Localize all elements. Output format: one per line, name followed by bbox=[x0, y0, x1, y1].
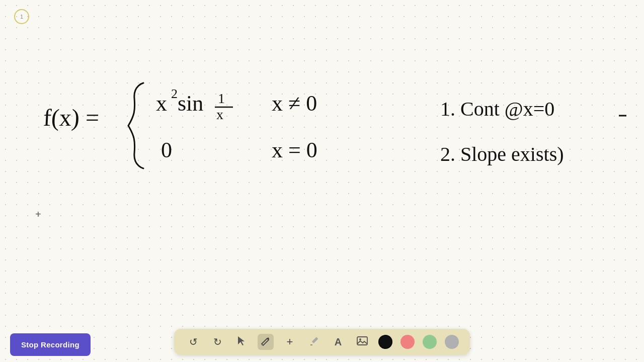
undo-button[interactable]: ↺ bbox=[185, 334, 201, 350]
highlighter-button[interactable] bbox=[306, 334, 322, 350]
svg-text:x: x bbox=[156, 91, 167, 116]
pen-icon bbox=[260, 335, 271, 349]
svg-text:1.  Cont @x=0: 1. Cont @x=0 bbox=[440, 98, 554, 120]
select-icon bbox=[236, 335, 247, 349]
svg-text:x: x bbox=[216, 107, 223, 122]
redo-button[interactable]: ↻ bbox=[209, 334, 225, 350]
crosshair-cursor: + bbox=[35, 209, 41, 220]
undo-icon: ↺ bbox=[189, 336, 198, 348]
svg-marker-13 bbox=[238, 336, 245, 345]
plus-icon: + bbox=[287, 335, 293, 348]
highlighter-icon bbox=[308, 335, 319, 349]
math-formula-svg: f(x) = x 2 sin 1 x x ≠ 0 0 x = 0 1. Cont… bbox=[23, 33, 626, 194]
svg-text:2.  Slope exists): 2. Slope exists) bbox=[440, 143, 564, 165]
stop-recording-button[interactable]: Stop Recording bbox=[10, 333, 91, 356]
text-icon: A bbox=[335, 336, 342, 348]
svg-text:2: 2 bbox=[171, 86, 178, 101]
image-button[interactable] bbox=[354, 334, 370, 350]
color-pink[interactable] bbox=[400, 335, 415, 349]
image-icon bbox=[356, 335, 368, 349]
svg-text:sin: sin bbox=[178, 91, 203, 116]
redo-icon: ↻ bbox=[213, 336, 222, 348]
svg-text:0: 0 bbox=[161, 138, 172, 162]
add-button[interactable]: + bbox=[282, 334, 298, 350]
timer-value: 1 bbox=[20, 14, 23, 20]
pen-button[interactable] bbox=[258, 334, 274, 350]
color-green[interactable] bbox=[423, 335, 437, 349]
svg-rect-14 bbox=[312, 337, 318, 343]
color-black[interactable] bbox=[378, 335, 392, 349]
svg-rect-16 bbox=[357, 337, 367, 345]
toolbar: ↺ ↻ + A bbox=[174, 329, 470, 355]
text-button[interactable]: A bbox=[330, 334, 346, 350]
svg-text:f(x) =: f(x) = bbox=[43, 104, 100, 131]
timer-circle: 1 bbox=[14, 9, 29, 24]
color-gray[interactable] bbox=[445, 335, 459, 349]
svg-text:1: 1 bbox=[218, 90, 225, 106]
svg-point-17 bbox=[359, 338, 361, 340]
svg-text:x ≠ 0: x ≠ 0 bbox=[272, 91, 317, 116]
select-button[interactable] bbox=[233, 334, 250, 350]
svg-text:x = 0: x = 0 bbox=[272, 138, 317, 162]
